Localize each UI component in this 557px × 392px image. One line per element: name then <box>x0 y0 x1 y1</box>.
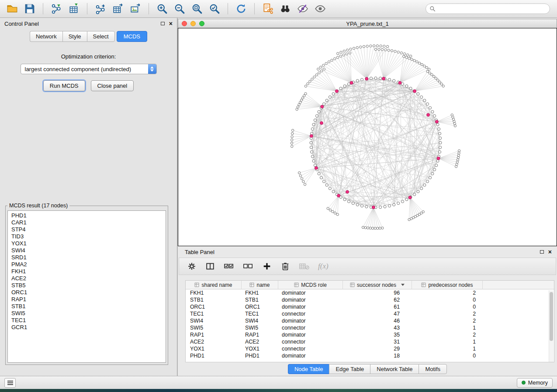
zoom-fit-button[interactable] <box>189 2 205 16</box>
float-table-panel-icon[interactable] <box>540 250 544 254</box>
table-cell: ORC1 <box>242 304 278 310</box>
column-header-filler <box>483 281 554 289</box>
table-row[interactable]: ACE2ACE2connector311 <box>186 338 554 345</box>
tab-node-table[interactable]: Node Table <box>288 364 329 374</box>
list-item[interactable]: STB1 <box>8 303 166 310</box>
zoom-out-button[interactable] <box>172 2 187 16</box>
table-row[interactable]: PHD1PHD1dominator180 <box>186 352 554 359</box>
split-panel-button[interactable] <box>205 261 215 271</box>
table-cell: 31 <box>343 339 412 345</box>
graphics-details-icon <box>297 3 308 14</box>
zoom-selected-button[interactable] <box>207 2 222 16</box>
tab-motifs[interactable]: Motifs <box>419 364 447 374</box>
table-cell: dominator <box>278 290 343 296</box>
tab-mcds[interactable]: MCDS <box>117 31 147 42</box>
table-row[interactable]: FKH1FKH1dominator962 <box>186 289 554 296</box>
table-row[interactable]: RAP1RAP1dominator352 <box>186 331 554 338</box>
tab-edge-table[interactable]: Edge Table <box>329 364 370 374</box>
list-item[interactable]: ORC1 <box>8 289 166 296</box>
import-table-button[interactable] <box>66 2 82 16</box>
node-table: shared name name MCDS role successor nod… <box>185 280 554 362</box>
export-network-button[interactable] <box>93 2 108 16</box>
column-header-shared-name[interactable]: shared name <box>186 281 242 289</box>
list-item[interactable]: PMA2 <box>8 261 166 268</box>
column-header-predecessor-nodes[interactable]: predecessor nodes <box>412 281 483 289</box>
select-all-icon <box>224 261 234 271</box>
table-tabs: Node Table Edge Table Network Table Moti… <box>178 364 557 374</box>
table-scrollbar[interactable] <box>549 290 554 362</box>
show-hide-panel-button[interactable] <box>312 2 328 16</box>
list-item[interactable]: STP4 <box>8 226 166 233</box>
table-panel-title: Table Panel <box>185 249 540 255</box>
search-network-button[interactable] <box>277 2 293 16</box>
disabled-table-icon <box>299 262 309 271</box>
import-network-button[interactable] <box>48 2 64 16</box>
table-cell: SWI5 <box>186 325 242 331</box>
list-item[interactable]: TEC1 <box>8 317 166 324</box>
column-type-icon <box>294 282 299 287</box>
list-item[interactable]: FKH1 <box>8 268 166 275</box>
gear-icon <box>187 261 197 271</box>
memory-button[interactable]: Memory <box>517 378 553 388</box>
close-panel-icon[interactable]: × <box>169 21 173 26</box>
control-panel-title: Control Panel <box>4 21 161 27</box>
open-file-button[interactable] <box>4 2 20 16</box>
scrollbar-thumb[interactable] <box>550 292 553 341</box>
tab-style[interactable]: Style <box>62 31 87 42</box>
list-item[interactable]: PHD1 <box>8 212 166 219</box>
search-input[interactable] <box>438 6 546 12</box>
eye-icon <box>315 3 326 14</box>
tab-network-table[interactable]: Network Table <box>370 364 419 374</box>
column-header-successor-nodes[interactable]: successor nodes <box>343 281 412 289</box>
network-window-titlebar[interactable]: YPA_prune.txt_1 <box>178 19 557 28</box>
column-header-mcds-role[interactable]: MCDS role <box>278 281 343 289</box>
table-cell: YOX1 <box>242 346 278 352</box>
list-item[interactable]: ACE2 <box>8 275 166 282</box>
apply-layout-button[interactable] <box>233 2 249 16</box>
table-cell: connector <box>278 311 343 317</box>
close-panel-button[interactable]: Close panel <box>91 80 134 91</box>
list-item[interactable]: SWI4 <box>8 247 166 254</box>
list-item[interactable]: GCR1 <box>8 324 166 331</box>
list-item[interactable]: SRD1 <box>8 254 166 261</box>
share-document-button[interactable] <box>260 2 276 16</box>
deselect-all-columns-button[interactable] <box>243 261 253 271</box>
column-header-name[interactable]: name <box>242 281 278 289</box>
list-item[interactable]: TID3 <box>8 233 166 240</box>
network-canvas[interactable] <box>178 28 557 246</box>
network-graph[interactable] <box>178 28 557 246</box>
zoom-in-button[interactable] <box>154 2 170 16</box>
select-all-columns-button[interactable] <box>224 261 234 271</box>
list-item[interactable]: SWI5 <box>8 310 166 317</box>
table-row[interactable]: STB1STB1dominator620 <box>186 296 554 303</box>
tab-select[interactable]: Select <box>87 31 115 42</box>
table-cell: ACE2 <box>242 339 278 345</box>
export-table-button[interactable] <box>110 2 126 16</box>
table-settings-button[interactable] <box>187 261 197 271</box>
list-icon <box>7 381 13 382</box>
table-cell: TEC1 <box>242 311 278 317</box>
add-column-button[interactable] <box>262 261 272 271</box>
close-table-panel-icon[interactable]: × <box>548 250 552 254</box>
tab-network[interactable]: Network <box>30 31 62 42</box>
table-row[interactable]: SWI5SWI5connector431 <box>186 324 554 331</box>
export-image-button[interactable] <box>128 2 143 16</box>
table-row[interactable]: YOX1YOX1connector291 <box>186 345 554 352</box>
list-item[interactable]: RAP1 <box>8 296 166 303</box>
list-item[interactable]: YOX1 <box>8 240 166 247</box>
toolbar-separator <box>254 3 255 14</box>
table-row[interactable]: SWI4SWI4dominator462 <box>186 317 554 324</box>
table-row[interactable]: TEC1TEC1connector472 <box>186 310 554 317</box>
mcds-result-list[interactable]: PHD1CAR1STP4TID3YOX1SWI4SRD1PMA2FKH1ACE2… <box>7 210 166 363</box>
status-bar: Memory <box>0 376 557 389</box>
run-mcds-button[interactable]: Run MCDS <box>43 80 85 91</box>
delete-column-button[interactable] <box>280 261 290 271</box>
list-item[interactable]: CAR1 <box>8 219 166 226</box>
list-item[interactable]: STB5 <box>8 282 166 289</box>
optimization-criterion-select[interactable]: largest connected component (undirected) <box>21 64 157 74</box>
status-menu-button[interactable] <box>4 378 16 388</box>
save-session-button[interactable] <box>22 2 38 16</box>
table-row[interactable]: ORC1ORC1dominator610 <box>186 303 554 310</box>
float-panel-icon[interactable] <box>161 22 165 25</box>
graphics-details-button[interactable] <box>295 2 311 16</box>
